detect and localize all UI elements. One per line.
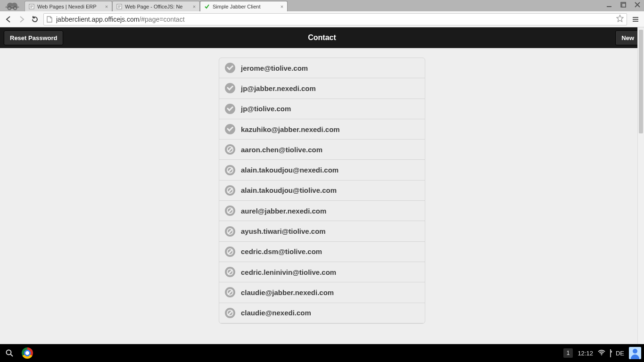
contact-row[interactable]: aaron.chen@tiolive.com — [219, 140, 425, 160]
svg-line-21 — [11, 354, 13, 357]
contact-row[interactable]: ayush.tiwari@tiolive.com — [219, 221, 425, 241]
status-offline-icon — [225, 206, 235, 216]
contact-row[interactable]: cedric.dsm@tiolive.com — [219, 242, 425, 262]
contact-jid: claudie@nexedi.com — [241, 309, 311, 317]
tab-close-icon[interactable]: × — [192, 4, 197, 9]
contact-jid: cedric.leninivin@tiolive.com — [241, 268, 336, 276]
tab-strip: Web Pages | Nexedi ERP×Web Page - Office… — [25, 0, 288, 11]
new-contact-button[interactable]: New — [615, 31, 640, 45]
tab-title: Web Pages | Nexedi ERP — [37, 4, 101, 9]
contact-jid: jp@tiolive.com — [241, 105, 291, 113]
clock[interactable]: 12:12 — [578, 350, 593, 357]
os-titlebar: Web Pages | Nexedi ERP×Web Page - Office… — [0, 0, 644, 11]
status-offline-icon — [225, 267, 235, 277]
scrollbar-thumb[interactable] — [639, 30, 643, 133]
contact-jid: alain.takoudjou@nexedi.com — [241, 166, 339, 174]
search-icon[interactable] — [3, 346, 16, 360]
svg-rect-14 — [622, 3, 626, 7]
status-offline-icon — [225, 287, 235, 297]
status-online-icon — [225, 63, 235, 73]
contact-jid: alain.takoudjou@tiolive.com — [241, 186, 337, 194]
status-offline-icon — [225, 185, 235, 196]
status-online-icon — [225, 83, 235, 93]
status-offline-icon — [225, 165, 235, 175]
contact-jid: aaron.chen@tiolive.com — [241, 146, 322, 154]
system-tray: 1 12:12 DE — [563, 347, 641, 359]
tab-close-icon[interactable]: × — [280, 4, 284, 9]
status-online-icon — [225, 124, 235, 134]
status-offline-icon — [225, 226, 235, 237]
contact-row[interactable]: alain.takoudjou@tiolive.com — [219, 181, 425, 201]
browser-tab[interactable]: Simple Jabber Client× — [200, 1, 288, 11]
window-minimize-icon[interactable] — [605, 1, 613, 8]
incognito-icon — [0, 0, 25, 11]
browser-toolbar: jabberclient.app.officejs.com/#page=cont… — [0, 11, 644, 27]
back-button[interactable] — [4, 15, 13, 24]
svg-point-20 — [7, 350, 11, 355]
forward-button[interactable] — [17, 15, 26, 24]
contact-row[interactable]: kazuhiko@jabber.nexedi.com — [219, 119, 425, 140]
contact-row[interactable]: aurel@jabber.nexedi.com — [219, 201, 425, 221]
contact-row[interactable]: jerome@tiolive.com — [219, 58, 425, 78]
reset-password-button[interactable]: Reset Password — [4, 31, 63, 45]
url-text: jabberclient.app.officejs.com/#page=cont… — [56, 16, 613, 23]
scrollbar[interactable] — [637, 27, 644, 344]
contact-jid: kazuhiko@jabber.nexedi.com — [241, 125, 340, 133]
page-icon — [47, 16, 53, 23]
window-close-icon[interactable] — [634, 1, 641, 8]
svg-point-22 — [601, 354, 602, 355]
contact-row[interactable]: claudie@jabber.nexedi.com — [219, 282, 425, 303]
battery-icon[interactable] — [610, 350, 611, 357]
contact-row[interactable]: claudie@nexedi.com — [219, 303, 425, 323]
url-path: /#page=contact — [139, 16, 184, 23]
status-offline-icon — [225, 308, 235, 318]
window-controls — [605, 1, 641, 8]
contact-list: jerome@tiolive.comjp@jabber.nexedi.comjp… — [219, 58, 425, 324]
contact-jid: cedric.dsm@tiolive.com — [241, 247, 322, 255]
bookmark-star-icon[interactable] — [616, 15, 624, 24]
address-bar[interactable]: jabberclient.app.officejs.com/#page=cont… — [43, 13, 627, 25]
contact-row[interactable]: jp@jabber.nexedi.com — [219, 78, 425, 99]
contact-jid: jp@jabber.nexedi.com — [241, 84, 316, 92]
contact-row[interactable]: alain.takoudjou@nexedi.com — [219, 160, 425, 180]
window-maximize-icon[interactable] — [619, 1, 627, 8]
status-offline-icon — [225, 144, 235, 155]
os-taskbar: 1 12:12 DE — [0, 344, 644, 362]
contact-jid: jerome@tiolive.com — [241, 64, 308, 72]
browser-tab[interactable]: Web Page - OfficeJS: Ne× — [112, 1, 200, 11]
url-host: jabberclient.app.officejs.com — [56, 16, 139, 23]
page-title: Contact — [0, 33, 644, 42]
page-viewport: Reset Password Contact New jerome@tioliv… — [0, 27, 644, 344]
keyboard-layout[interactable]: DE — [616, 350, 624, 357]
chrome-app-icon[interactable] — [21, 346, 34, 360]
tab-close-icon[interactable]: × — [104, 4, 109, 9]
status-online-icon — [225, 104, 235, 114]
user-avatar-icon[interactable] — [629, 347, 641, 359]
contact-jid: aurel@jabber.nexedi.com — [241, 207, 326, 215]
status-offline-icon — [225, 247, 235, 257]
browser-tab[interactable]: Web Pages | Nexedi ERP× — [25, 1, 112, 11]
notification-count[interactable]: 1 — [563, 348, 573, 358]
contact-row[interactable]: jp@tiolive.com — [219, 99, 425, 119]
browser-menu-button[interactable] — [631, 15, 640, 24]
app-header: Reset Password Contact New — [0, 27, 644, 48]
contact-jid: claudie@jabber.nexedi.com — [241, 288, 334, 296]
tab-title: Simple Jabber Client — [213, 4, 277, 9]
tab-title: Web Page - OfficeJS: Ne — [125, 4, 189, 9]
reload-button[interactable] — [30, 15, 40, 24]
wifi-icon[interactable] — [598, 350, 605, 357]
contact-jid: ayush.tiwari@tiolive.com — [241, 227, 326, 235]
contact-row[interactable]: cedric.leninivin@tiolive.com — [219, 262, 425, 282]
